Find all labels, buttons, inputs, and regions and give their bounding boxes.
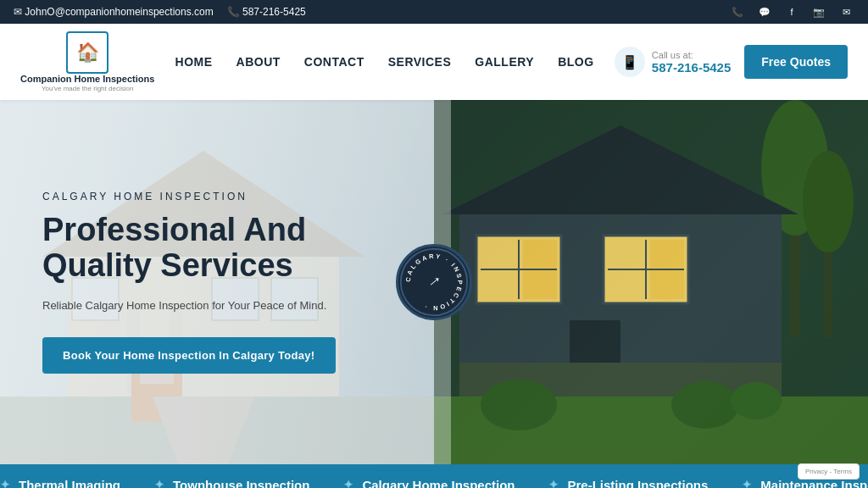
top-bar: ✉ JohnO@companionhomeinspections.com 📞 5…	[0, 0, 868, 24]
whatsapp-icon[interactable]: 💬	[756, 3, 773, 20]
svg-point-31	[481, 380, 557, 430]
nav-links: HOME ABOUT CONTACT SERVICES GALLERY BLOG	[175, 55, 594, 69]
badge-svg: CALGARY · INSPECTION · ↓	[396, 247, 472, 318]
recaptcha-badge: Privacy - Terms	[798, 463, 860, 480]
top-bar-right: 📞 💬 f 📷 ✉	[729, 3, 854, 20]
logo-image: 🏠	[66, 31, 108, 74]
ticker-scroll: ✦ Thermal Imaging ✦ Townhouse Inspection…	[0, 478, 868, 489]
ticker-diamond-4: ✦	[742, 478, 752, 488]
ticker-bar: ✦ Thermal Imaging ✦ Townhouse Inspection…	[0, 464, 868, 488]
logo[interactable]: 🏠 Companion Home Inspections You've made…	[20, 31, 154, 92]
phone-icon: 📞	[227, 6, 240, 18]
hero-cta-button[interactable]: Book Your Home Inspection In Calgary Tod…	[42, 337, 336, 374]
ticker-item-2: ✦ Calgary Home Inspection	[343, 478, 515, 489]
instagram-icon[interactable]: 📷	[810, 3, 827, 20]
nav-contact[interactable]: CONTACT	[304, 55, 364, 69]
ticker-diamond-3: ✦	[548, 478, 559, 488]
nav-home[interactable]: HOME	[175, 55, 213, 69]
call-text: Call us at: 587-216-5425	[652, 50, 731, 75]
logo-name: Companion Home Inspections	[20, 74, 154, 85]
ticker-item-1: ✦ Townhouse Inspection	[154, 478, 309, 489]
email-icon: ✉	[14, 6, 22, 18]
nav-services[interactable]: SERVICES	[388, 55, 452, 69]
mail-topbar-icon[interactable]: ✉	[837, 3, 854, 20]
ticker-diamond-2: ✦	[343, 478, 353, 488]
call-number[interactable]: 587-216-5425	[652, 60, 731, 75]
nav-gallery[interactable]: GALLERY	[475, 55, 534, 69]
call-label: Call us at:	[652, 50, 731, 60]
hero-bg-right	[434, 100, 868, 464]
email-contact[interactable]: ✉ JohnO@companionhomeinspections.com	[14, 6, 214, 18]
hero-content: CALGARY HOME INSPECTION Professional And…	[0, 100, 434, 464]
ticker-item-3: ✦ Pre-Listing Inspections	[548, 478, 708, 489]
call-info: 📱 Call us at: 587-216-5425	[615, 47, 731, 77]
nav-blog[interactable]: BLOG	[558, 55, 593, 69]
ticker-diamond-1: ✦	[154, 478, 164, 488]
nav-right: 📱 Call us at: 587-216-5425 Free Quotes	[615, 45, 848, 79]
ticker-item-0: ✦ Thermal Imaging	[0, 478, 120, 489]
hero-title: Professional And Quality Services	[42, 213, 392, 284]
hero-section: CALGARY HOME INSPECTION Professional And…	[0, 100, 868, 464]
top-bar-left: ✉ JohnO@companionhomeinspections.com 📞 5…	[14, 6, 306, 18]
svg-point-32	[671, 381, 739, 429]
svg-point-15	[803, 151, 854, 252]
phone-contact[interactable]: 📞 587-216-5425	[227, 6, 306, 18]
svg-point-33	[731, 382, 782, 419]
phone-topbar-icon[interactable]: 📞	[729, 3, 746, 20]
hero-tag: CALGARY HOME INSPECTION	[42, 191, 392, 202]
logo-tagline: You've made the right decision	[42, 85, 133, 92]
inspection-badge: CALGARY · INSPECTION · ↓	[396, 244, 472, 320]
nav-about[interactable]: ABOUT	[236, 55, 281, 69]
main-nav: 🏠 Companion Home Inspections You've made…	[0, 24, 868, 100]
house-logo-icon: 🏠	[76, 42, 99, 64]
ticker-diamond-0: ✦	[0, 478, 10, 488]
phone-nav-icon: 📱	[615, 47, 645, 77]
facebook-icon[interactable]: f	[783, 3, 800, 20]
free-quotes-button[interactable]: Free Quotes	[744, 45, 848, 79]
hero-subtitle: Reliable Calgary Home Inspection for You…	[42, 297, 392, 314]
